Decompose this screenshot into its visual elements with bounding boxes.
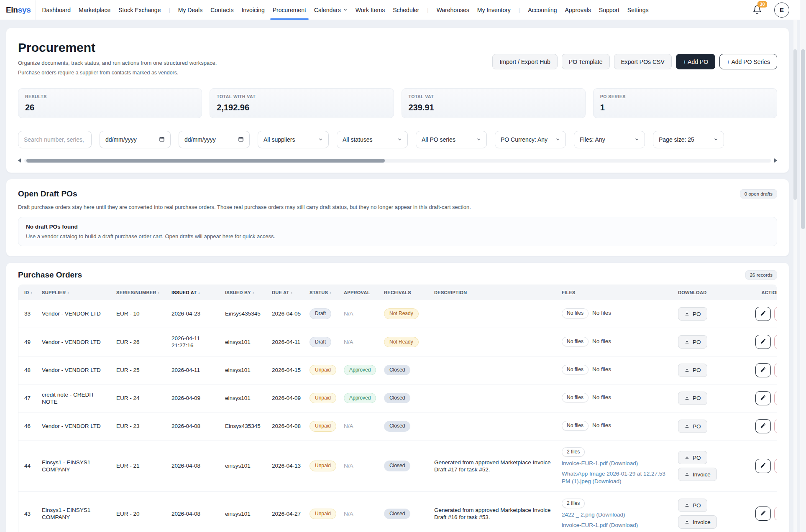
files-select[interactable]: Files: Any [574, 131, 645, 148]
files-summary: 2 files [562, 447, 670, 457]
records-count-badge: 26 records [745, 270, 777, 280]
export-pos-csv-button[interactable]: Export POs CSV [614, 54, 672, 69]
nav-item-procurement[interactable]: Procurement [273, 0, 306, 19]
date-from-input[interactable]: dd/mm/yyyy [100, 131, 171, 148]
delete-button[interactable] [774, 419, 777, 433]
download-invoice-button[interactable]: Invoice [678, 468, 717, 481]
date-to-input[interactable]: dd/mm/yyyy [179, 131, 250, 148]
download-invoice-button[interactable]: Invoice [678, 515, 717, 529]
receivals-badge: Closed [384, 461, 410, 471]
column-header-supplier[interactable]: SUPPLIER↕ [38, 285, 112, 300]
hscroll-thumb[interactable] [26, 159, 385, 163]
download-po-button[interactable]: PO [678, 307, 707, 321]
delete-button[interactable] [774, 391, 777, 405]
cell-description [430, 384, 558, 412]
nav-item-warehouses[interactable]: Warehouses [437, 0, 469, 19]
cell-receivals: Closed [380, 384, 430, 412]
suppliers-select[interactable]: All suppliers [258, 131, 329, 148]
page-size-select[interactable]: Page size: 25 [653, 131, 724, 148]
download-po-button[interactable]: PO [678, 420, 707, 433]
content-scrollbar-thumb[interactable] [793, 49, 797, 200]
statuses-select[interactable]: All statuses [337, 131, 408, 148]
download-po-button[interactable]: PO [678, 499, 707, 512]
hscroll-track[interactable] [24, 159, 771, 163]
cell-files: No filesNo files [558, 300, 674, 328]
file-download-link[interactable]: invoice-EUR-1.pdf (Download) [562, 460, 670, 467]
download-label: PO [693, 455, 701, 461]
delete-button[interactable] [774, 459, 777, 473]
po-series-select[interactable]: All PO series [416, 131, 487, 148]
nav-item-marketplace[interactable]: Marketplace [79, 0, 110, 19]
nav-item-calendars[interactable]: Calendars [314, 0, 348, 19]
download-po-button[interactable]: PO [678, 451, 707, 464]
download-po-button[interactable]: PO [678, 335, 707, 349]
nav-item-support[interactable]: Support [599, 0, 619, 19]
files-summary: No filesNo files [562, 308, 670, 318]
cell-download: PO [674, 356, 751, 384]
delete-button[interactable] [774, 335, 777, 349]
currency-select[interactable]: PO Currency: Any [495, 131, 566, 148]
download-po-button[interactable]: PO [678, 364, 707, 377]
import-export-hub-button[interactable]: Import / Export Hub [492, 54, 557, 69]
nav-item-my-deals[interactable]: My Deals [178, 0, 202, 19]
nav-item-accounting[interactable]: Accounting [528, 0, 557, 19]
page-scrollbar-thumb[interactable] [801, 49, 805, 229]
files-summary: No filesNo files [562, 337, 670, 346]
stat-card-total-with-vat: TOTAL WITH VAT2,192.96 [210, 88, 394, 118]
bell-icon [752, 9, 762, 16]
po-row-46: 46Vendor - VENDOR LTDEUR - 232026-04-08E… [18, 412, 777, 440]
edit-button[interactable] [755, 419, 771, 433]
content-scrollbar[interactable] [793, 20, 797, 532]
pencil-icon [760, 338, 766, 346]
user-avatar[interactable]: E [774, 3, 789, 18]
add-po-series-button[interactable]: + Add PO Series [719, 54, 777, 69]
nav-item-dashboard[interactable]: Dashboard [42, 0, 71, 19]
edit-button[interactable] [755, 391, 771, 405]
search-input[interactable] [18, 131, 92, 148]
page-scrollbar[interactable] [800, 0, 806, 532]
notifications-button[interactable]: 30 [752, 5, 763, 15]
nav-item-work-items[interactable]: Work Items [356, 0, 385, 19]
delete-button[interactable] [774, 363, 777, 377]
stat-label: TOTAL VAT [409, 94, 578, 99]
nav-item-invoicing[interactable]: Invoicing [241, 0, 264, 19]
scroll-right-arrow-icon[interactable] [774, 158, 777, 163]
scroll-left-arrow-icon[interactable] [18, 158, 21, 163]
po-template-button[interactable]: PO Template [562, 54, 610, 69]
file-download-link[interactable]: 2422 _ 2.png (Download) [562, 511, 670, 519]
app-logo[interactable]: Einsys [6, 5, 31, 15]
statuses-select-value: All statuses [343, 136, 373, 143]
column-header-issued_by[interactable]: ISSUED BY↕ [221, 285, 268, 300]
cell-series: EUR - 23 [112, 412, 167, 440]
delete-button[interactable] [774, 307, 777, 321]
nav-item-stock-exchange[interactable]: Stock Exchange [118, 0, 161, 19]
column-header-id[interactable]: ID↕ [18, 285, 38, 300]
nav-item-label: Support [599, 7, 619, 13]
edit-button[interactable] [755, 335, 771, 349]
nav-item-settings[interactable]: Settings [627, 0, 649, 19]
download-po-button[interactable]: PO [678, 392, 707, 405]
edit-button[interactable] [755, 507, 771, 521]
cell-download: PO [674, 412, 751, 440]
edit-button[interactable] [755, 307, 771, 321]
add-po-button[interactable]: + Add PO [676, 54, 715, 69]
nav-item-contacts[interactable]: Contacts [210, 0, 233, 19]
file-download-link[interactable]: invoice-EUR-1.pdf (Download) [562, 522, 670, 529]
column-header-due_at[interactable]: DUE AT↕ [268, 285, 305, 300]
column-header-status[interactable]: STATUS↕ [305, 285, 340, 300]
cell-files: No filesNo files [558, 328, 674, 356]
nav-item-my-inventory[interactable]: My Inventory [477, 0, 511, 19]
column-header-series[interactable]: SERIES/NUMBER↕ [112, 285, 167, 300]
column-header-issued_at[interactable]: ISSUED AT↓ [167, 285, 221, 300]
edit-button[interactable] [755, 363, 771, 377]
cell-due-at: 2026-04-09 [268, 384, 305, 412]
delete-button[interactable] [774, 507, 777, 521]
nav-item-approvals[interactable]: Approvals [565, 0, 591, 19]
nav-item-scheduler[interactable]: Scheduler [393, 0, 419, 19]
cell-description: Generated from approved Marketplace Invo… [430, 492, 558, 532]
file-download-link[interactable]: WhatsApp Image 2026-01-29 at 12.27.53 PM… [562, 470, 670, 485]
cell-status: Unpaid [305, 384, 340, 412]
edit-button[interactable] [755, 459, 771, 473]
cell-actions [751, 328, 777, 356]
nav-item-label: Warehouses [437, 7, 469, 13]
